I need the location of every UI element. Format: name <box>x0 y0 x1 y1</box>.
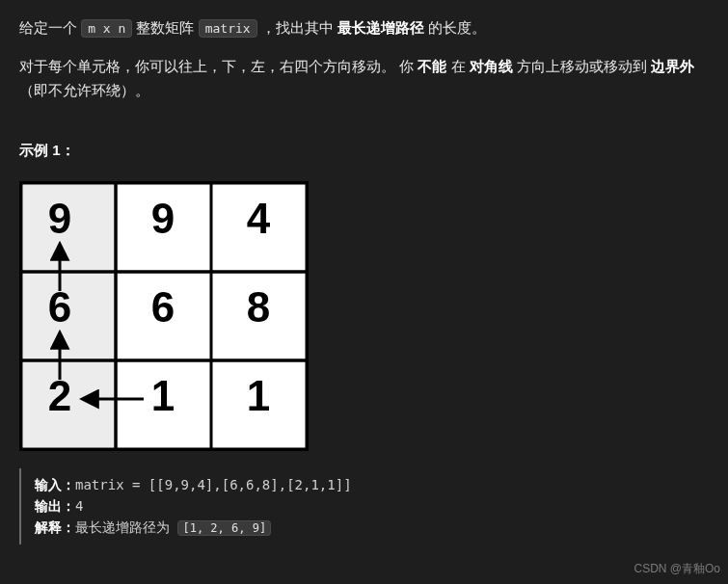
desc-bold-cannot: 不能 <box>418 58 446 74</box>
desc-bold-boundary: 边界外 <box>651 58 694 74</box>
desc-bold-diagonal: 对角线 <box>470 58 513 74</box>
desc-text-4: （即不允许环绕）。 <box>19 82 149 98</box>
grid-cell-0-0: 9 <box>48 195 71 242</box>
output-line: 输出：4 <box>35 495 695 517</box>
intro-bold-path: 最长递增路径 <box>337 19 424 36</box>
input-label: 输入： <box>35 477 75 492</box>
explain-line: 解释：最长递增路径为 [1, 2, 6, 9] <box>35 517 695 538</box>
output-label: 输出： <box>35 498 75 514</box>
intro-text-3: ，找出其中 <box>257 19 337 36</box>
grid-cell-2-2: 1 <box>247 372 270 419</box>
desc-text-1: 对于每个单元格，你可以往上，下，左，右四个方向移动。 你 <box>19 58 418 74</box>
example-grid-image: 9 9 4 6 6 8 2 1 1 <box>19 181 309 451</box>
intro-text-1: 给定一个 <box>19 19 81 36</box>
desc-text-3: 方向上移动或移动到 <box>513 58 651 74</box>
output-value: 4 <box>75 498 83 514</box>
grid-cell-1-2: 8 <box>247 283 270 331</box>
code-matrix: matrix <box>199 19 257 38</box>
grid-cell-0-2: 4 <box>247 195 271 242</box>
code-m-x-n: m x n <box>81 19 132 38</box>
intro-text-4: 的长度。 <box>424 19 486 36</box>
problem-intro: 给定一个 m x n 整数矩阵 matrix ，找出其中 最长递增路径 的长度。 <box>19 15 709 40</box>
explain-code: [1, 2, 6, 9] <box>177 520 271 536</box>
desc-text-2: 在 <box>446 58 469 74</box>
example-title: 示例 1： <box>19 138 709 163</box>
input-line: 输入：matrix = [[9,9,4],[6,6,8],[2,1,1]] <box>35 474 695 495</box>
watermark: CSDN @青釉Oo <box>634 559 720 578</box>
input-value: matrix = [[9,9,4],[6,6,8],[2,1,1]] <box>75 477 352 492</box>
grid-cell-1-1: 6 <box>151 283 175 331</box>
explain-text: 最长递增路径为 <box>75 519 177 535</box>
grid-cell-2-1: 1 <box>151 372 175 419</box>
intro-text-2: 整数矩阵 <box>132 19 198 36</box>
example-io-block: 输入：matrix = [[9,9,4],[6,6,8],[2,1,1]] 输出… <box>19 468 709 544</box>
problem-description: 对于每个单元格，你可以往上，下，左，右四个方向移动。 你 不能 在 对角线 方向… <box>19 54 709 103</box>
grid-cell-0-1: 9 <box>151 195 175 242</box>
explain-label: 解释： <box>35 519 75 535</box>
